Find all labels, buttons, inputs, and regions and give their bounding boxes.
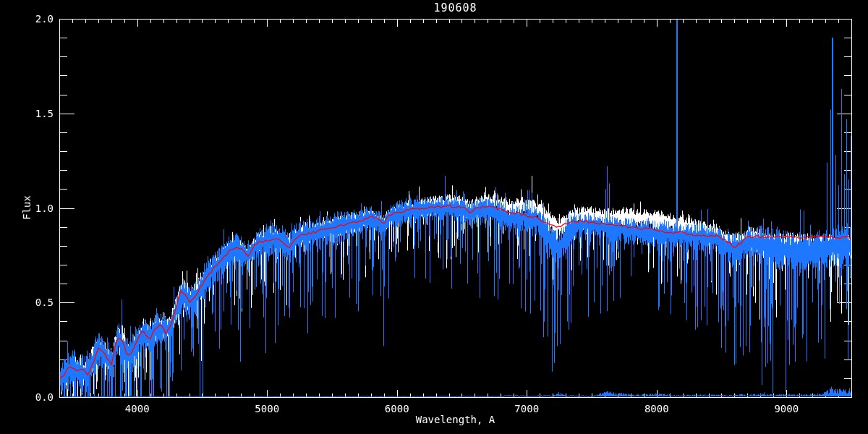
plot-canvas <box>0 0 868 434</box>
x-tick-label: 9000 <box>765 403 808 414</box>
spectrum-plot: 190608 Wavelength, A Flux 40005000600070… <box>0 0 868 434</box>
x-tick-label: 8000 <box>635 403 678 414</box>
y-tick-label: 1.0 <box>17 203 54 214</box>
x-tick-label: 4000 <box>116 403 159 414</box>
x-tick-label: 7000 <box>505 403 548 414</box>
y-tick-label: 0.5 <box>17 297 54 308</box>
x-axis-label: Wavelength, A <box>59 414 851 425</box>
x-tick-label: 6000 <box>375 403 419 414</box>
y-tick-label: 2.0 <box>17 13 54 25</box>
y-tick-label: 1.5 <box>17 108 54 119</box>
y-tick-label: 0.0 <box>17 391 54 403</box>
plot-title: 190608 <box>59 2 851 14</box>
x-tick-label: 5000 <box>245 403 289 414</box>
